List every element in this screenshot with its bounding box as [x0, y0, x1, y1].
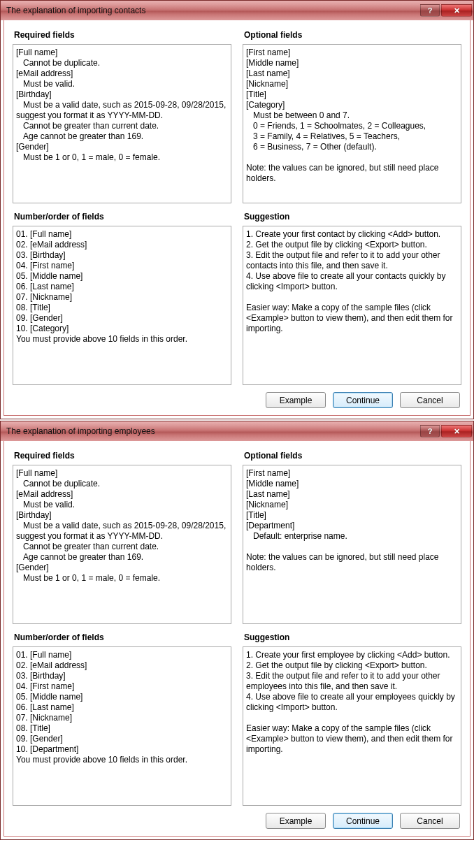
dialog-body: Required fields [Full name] Cannot be du…	[3, 441, 471, 837]
dialog-buttons: Example Continue Cancel	[13, 813, 461, 829]
dialog-buttons: Example Continue Cancel	[13, 392, 461, 408]
order-fields-label: Number/order of fields	[14, 632, 231, 642]
required-fields-label: Required fields	[14, 451, 231, 461]
dialog-import-employees: The explanation of importing employees ?…	[0, 421, 474, 840]
example-button[interactable]: Example	[266, 392, 326, 408]
window-title: The explanation of importing employees	[6, 426, 419, 436]
help-icon: ?	[428, 6, 433, 15]
order-fields-label: Number/order of fields	[14, 212, 231, 222]
window-controls: ? ✕	[419, 425, 472, 437]
optional-fields-text[interactable]: [First name] [Middle name] [Last name] […	[243, 44, 461, 203]
example-button[interactable]: Example	[266, 813, 326, 829]
continue-button[interactable]: Continue	[333, 813, 393, 829]
cancel-button[interactable]: Cancel	[400, 813, 460, 829]
close-button[interactable]: ✕	[441, 4, 472, 17]
close-icon: ✕	[454, 427, 460, 436]
optional-fields-text[interactable]: [First name] [Middle name] [Last name] […	[243, 465, 461, 624]
optional-fields-label: Optional fields	[244, 451, 461, 461]
suggestion-label: Suggestion	[244, 632, 461, 642]
optional-fields-label: Optional fields	[244, 30, 461, 40]
window-title: The explanation of importing contacts	[6, 6, 419, 15]
required-fields-text[interactable]: [Full name] Cannot be duplicate. [eMail …	[13, 44, 231, 203]
help-button[interactable]: ?	[420, 425, 440, 437]
dialog-body: Required fields [Full name] Cannot be du…	[3, 20, 471, 416]
continue-button[interactable]: Continue	[333, 392, 393, 408]
order-fields-text[interactable]: 01. [Full name] 02. [eMail address] 03. …	[13, 226, 231, 385]
window-controls: ? ✕	[419, 4, 472, 17]
dialog-import-contacts: The explanation of importing contacts ? …	[0, 0, 474, 419]
required-fields-label: Required fields	[14, 30, 231, 40]
order-fields-text[interactable]: 01. [Full name] 02. [eMail address] 03. …	[13, 646, 231, 806]
cancel-button[interactable]: Cancel	[400, 392, 460, 408]
suggestion-text[interactable]: 1. Create your first employee by clickin…	[243, 646, 461, 806]
titlebar[interactable]: The explanation of importing employees ?…	[1, 421, 473, 441]
help-button[interactable]: ?	[420, 4, 440, 17]
close-icon: ✕	[454, 6, 460, 15]
titlebar[interactable]: The explanation of importing contacts ? …	[1, 1, 473, 20]
suggestion-text[interactable]: 1. Create your first contact by clicking…	[243, 226, 461, 385]
required-fields-text[interactable]: [Full name] Cannot be duplicate. [eMail …	[13, 465, 231, 624]
suggestion-label: Suggestion	[244, 212, 461, 222]
close-button[interactable]: ✕	[441, 425, 472, 437]
help-icon: ?	[428, 427, 433, 435]
